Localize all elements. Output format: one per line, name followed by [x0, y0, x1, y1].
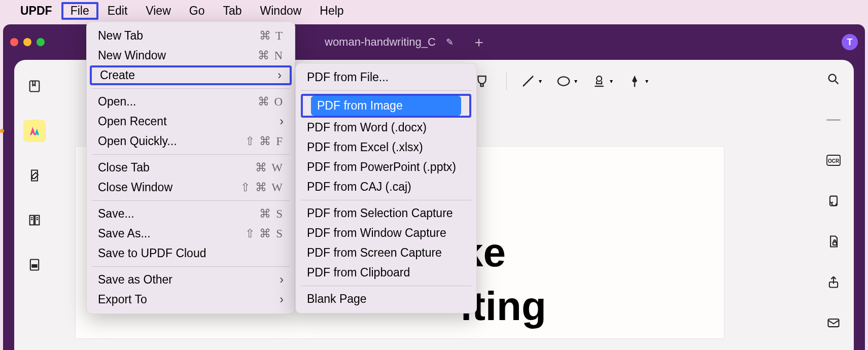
svg-point-14	[829, 75, 836, 82]
menu-open-quickly[interactable]: Open Quickly...⇧ ⌘ F	[87, 131, 295, 151]
submenu-pdf-from-caj[interactable]: PDF from CAJ (.caj)	[296, 177, 476, 197]
annotation-toolbar: ▾ ▾ ▾ ▾	[471, 70, 649, 92]
menu-save[interactable]: Save...⌘ S	[87, 204, 295, 224]
menu-create[interactable]: Create›	[90, 65, 292, 85]
svg-point-10	[558, 77, 570, 86]
menu-go[interactable]: Go	[180, 2, 214, 20]
menu-save-cloud[interactable]: Save to UPDF Cloud	[87, 243, 295, 263]
submenu-pdf-clipboard[interactable]: PDF from Clipboard	[296, 263, 476, 283]
menu-export-to[interactable]: Export To›	[87, 290, 295, 309]
svg-line-9	[523, 76, 533, 86]
menu-separator	[301, 200, 471, 200]
lock-page-icon	[826, 234, 841, 249]
menu-separator	[92, 154, 290, 155]
collapse-button[interactable]	[822, 109, 845, 131]
menu-window[interactable]: Window	[251, 2, 311, 20]
fullscreen-window-button[interactable]	[37, 38, 45, 46]
edit-tool-button[interactable]	[23, 164, 46, 187]
svg-point-11	[597, 76, 602, 81]
menu-separator	[92, 200, 290, 201]
submenu-pdf-from-powerpoint[interactable]: PDF from PowerPoint (.pptx)	[296, 157, 476, 177]
menu-tab[interactable]: Tab	[214, 2, 251, 20]
svg-text:OCR: OCR	[828, 158, 840, 164]
protect-button[interactable]	[822, 230, 845, 253]
submenu-pdf-from-excel[interactable]: PDF from Excel (.xlsx)	[296, 137, 476, 157]
submenu-pdf-window-capture[interactable]: PDF from Window Capture	[296, 223, 476, 243]
edit-page-icon	[27, 168, 42, 183]
left-sidebar	[14, 60, 55, 350]
menu-open-recent[interactable]: Open Recent›	[87, 112, 295, 131]
close-window-button[interactable]	[10, 38, 18, 46]
svg-rect-8	[32, 265, 37, 267]
submenu-pdf-selection-capture[interactable]: PDF from Selection Capture	[296, 203, 476, 223]
minus-icon	[826, 119, 841, 121]
search-icon	[826, 72, 841, 86]
menu-separator	[92, 266, 290, 267]
submenu-pdf-from-word[interactable]: PDF from Word (.docx)	[296, 118, 476, 137]
mail-icon	[826, 316, 841, 330]
comment-tool-button[interactable]	[23, 120, 46, 142]
pencil-icon[interactable]: ✎	[446, 37, 454, 48]
menu-separator	[301, 90, 471, 91]
page-panel-button[interactable]	[23, 209, 46, 231]
menubar: UPDF File Edit View Go Tab Window Help	[0, 0, 868, 21]
rotate-button[interactable]	[822, 190, 845, 212]
menu-edit[interactable]: Edit	[98, 2, 137, 20]
toolbar-divider	[506, 72, 507, 90]
pen-nib-icon	[627, 74, 642, 89]
new-tab-button[interactable]: ＋	[472, 32, 486, 52]
submenu-pdf-from-image-box[interactable]: PDF from Image	[301, 94, 471, 118]
svg-line-15	[836, 81, 839, 84]
rotate-icon	[826, 194, 841, 208]
highlighter-icon	[27, 124, 42, 138]
svg-rect-1	[30, 216, 34, 225]
share-button[interactable]	[822, 271, 845, 293]
traffic-lights	[10, 38, 45, 46]
submenu-pdf-screen-capture[interactable]: PDF from Screen Capture	[296, 243, 476, 263]
menu-new-tab[interactable]: New Tab⌘ T	[87, 26, 295, 46]
tab-title-text: woman-handwriting_C	[325, 36, 436, 49]
file-menu-dropdown: New Tab⌘ T New Window⌘ N Create› Open...…	[86, 21, 295, 314]
svg-rect-19	[833, 242, 837, 245]
submenu-pdf-from-file[interactable]: PDF from File...	[296, 67, 476, 87]
menu-separator	[92, 88, 290, 89]
profile-avatar[interactable]: T	[842, 34, 858, 50]
thumbnails-icon	[27, 213, 42, 227]
submenu-pdf-from-image[interactable]: PDF from Image	[311, 96, 461, 116]
svg-rect-21	[828, 319, 839, 327]
app-name[interactable]: UPDF	[20, 4, 52, 18]
submenu-blank-page[interactable]: Blank Page	[296, 289, 476, 309]
active-tab[interactable]: woman-handwriting_C ✎	[325, 36, 454, 49]
bookmark-icon	[27, 79, 42, 93]
minimize-window-button[interactable]	[23, 38, 31, 46]
signature-tool[interactable]: ▾	[627, 70, 649, 92]
menu-save-other[interactable]: Save as Other›	[87, 270, 295, 290]
share-icon	[826, 275, 841, 289]
menu-view[interactable]: View	[136, 2, 180, 20]
search-button[interactable]	[822, 68, 845, 90]
redact-tool-button[interactable]	[23, 254, 46, 276]
line-tool[interactable]: ▾	[520, 70, 542, 92]
stamp-icon	[592, 74, 607, 89]
menu-save-as[interactable]: Save As...⇧ ⌘ S	[87, 224, 295, 243]
chevron-right-icon: ›	[280, 273, 284, 287]
line-icon	[520, 74, 536, 89]
redact-icon	[27, 258, 42, 272]
right-sidebar: OCR	[813, 60, 854, 350]
mail-button[interactable]	[822, 311, 845, 334]
ocr-button[interactable]: OCR	[822, 149, 845, 171]
menu-file[interactable]: File	[61, 2, 98, 20]
svg-rect-2	[35, 216, 39, 225]
menu-help[interactable]: Help	[310, 2, 353, 20]
menu-close-tab[interactable]: Close Tab⌘ W	[87, 158, 295, 178]
menu-close-window[interactable]: Close Window⇧ ⌘ W	[87, 178, 295, 197]
svg-rect-0	[30, 81, 40, 92]
menu-new-window[interactable]: New Window⌘ N	[87, 46, 295, 65]
shape-tool[interactable]: ▾	[555, 70, 578, 92]
ellipse-icon	[556, 74, 571, 89]
bookmark-panel-button[interactable]	[23, 75, 46, 97]
menu-open[interactable]: Open...⌘ O	[87, 92, 295, 112]
stamp-tool[interactable]: ▾	[591, 70, 613, 92]
create-submenu: PDF from File... PDF from Image PDF from…	[295, 63, 477, 313]
chevron-right-icon: ›	[277, 68, 282, 82]
